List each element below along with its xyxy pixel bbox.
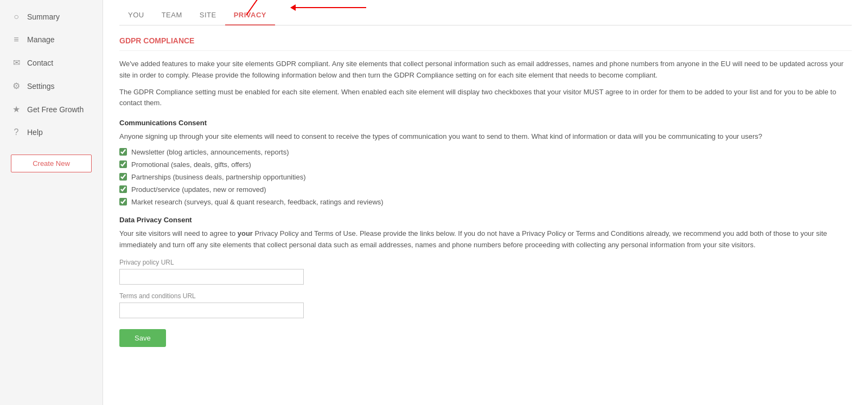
arrow-head-icon <box>290 4 296 11</box>
data-privacy-description: Your site visitors will need to agree to… <box>119 228 852 251</box>
checkbox-label-product: Product/service (updates, new or removed… <box>131 185 266 194</box>
checkbox-item-partnerships: Partnerships (business deals, partnershi… <box>119 173 852 181</box>
settings-icon: ⚙ <box>11 81 22 91</box>
tab-you[interactable]: YOU <box>119 5 153 25</box>
data-privacy-section: Data Privacy Consent Your site visitors … <box>119 216 852 347</box>
communications-consent-title: Communications Consent <box>119 119 852 127</box>
checkbox-product[interactable] <box>119 185 127 193</box>
sidebar-item-manage[interactable]: ≡ Manage <box>0 28 103 51</box>
checkbox-label-newsletter: Newsletter (blog articles, announcements… <box>131 148 289 156</box>
communications-consent-section: Communications Consent Anyone signing up… <box>119 119 852 206</box>
checkbox-item-product: Product/service (updates, new or removed… <box>119 185 852 194</box>
data-privacy-title: Data Privacy Consent <box>119 216 852 224</box>
checkbox-market[interactable] <box>119 198 127 205</box>
checkbox-item-newsletter: Newsletter (blog articles, announcements… <box>119 148 852 156</box>
tab-team[interactable]: TEAM <box>153 5 191 25</box>
main-content: YOUTEAMSITEPRIVACY GDPR COMPLIANCE We've… <box>103 0 868 405</box>
checkbox-list: Newsletter (blog articles, announcements… <box>119 148 852 206</box>
sidebar-item-help[interactable]: ? Help <box>0 121 103 144</box>
sidebar-item-label-get-free-growth: Get Free Growth <box>27 105 84 114</box>
sidebar-item-get-free-growth[interactable]: ★ Get Free Growth <box>0 98 103 121</box>
checkbox-item-market: Market research (surveys, qual & quant r… <box>119 198 852 206</box>
sidebar-item-label-contact: Contact <box>27 59 53 67</box>
checkbox-label-partnerships: Partnerships (business deals, partnershi… <box>131 173 306 181</box>
help-icon: ? <box>11 127 22 137</box>
manage-icon: ≡ <box>11 35 22 44</box>
sidebar-item-contact[interactable]: ✉ Contact <box>0 51 103 74</box>
create-new-button[interactable]: Create New <box>11 155 92 172</box>
sidebar-item-summary[interactable]: ○ Summary <box>0 5 103 28</box>
sidebar-item-label-help: Help <box>27 128 43 137</box>
sidebar-item-label-manage: Manage <box>27 35 55 44</box>
gdpr-section: GDPR COMPLIANCE We've added features to … <box>119 36 852 347</box>
terms-url-input[interactable] <box>119 303 304 318</box>
intro-paragraph-1: We've added features to make your site e… <box>119 59 852 81</box>
intro-paragraph-2: The GDPR Compliance setting must be enab… <box>119 87 852 110</box>
summary-icon: ○ <box>11 12 22 22</box>
get-free-growth-icon: ★ <box>11 104 22 114</box>
sidebar-item-settings[interactable]: ⚙ Settings <box>0 74 103 98</box>
checkbox-label-market: Market research (surveys, qual & quant r… <box>131 198 384 206</box>
sidebar: ○ Summary ≡ Manage ✉ Contact ⚙ Settings … <box>0 0 103 405</box>
checkbox-partnerships[interactable] <box>119 173 127 181</box>
privacy-url-label: Privacy policy URL <box>119 259 852 266</box>
sidebar-item-label-summary: Summary <box>27 12 60 21</box>
gdpr-title: GDPR COMPLIANCE <box>119 36 852 51</box>
sidebar-item-label-settings: Settings <box>27 82 55 91</box>
create-new-section: Create New <box>11 155 92 172</box>
tab-bar: YOUTEAMSITEPRIVACY <box>119 0 852 25</box>
terms-url-label: Terms and conditions URL <box>119 292 852 300</box>
checkbox-item-promotional: Promotional (sales, deals, gifts, offers… <box>119 160 852 169</box>
checkbox-newsletter[interactable] <box>119 148 127 156</box>
arrow-line <box>296 7 366 8</box>
save-button[interactable]: Save <box>119 329 166 347</box>
arrow-annotation <box>290 4 366 11</box>
communications-consent-description: Anyone signing up through your site elem… <box>119 131 852 143</box>
privacy-url-input[interactable] <box>119 269 304 285</box>
your-text: your <box>238 229 253 237</box>
checkbox-promotional[interactable] <box>119 160 127 168</box>
tab-site[interactable]: SITE <box>191 5 225 25</box>
checkbox-label-promotional: Promotional (sales, deals, gifts, offers… <box>131 160 251 169</box>
contact-icon: ✉ <box>11 57 22 68</box>
